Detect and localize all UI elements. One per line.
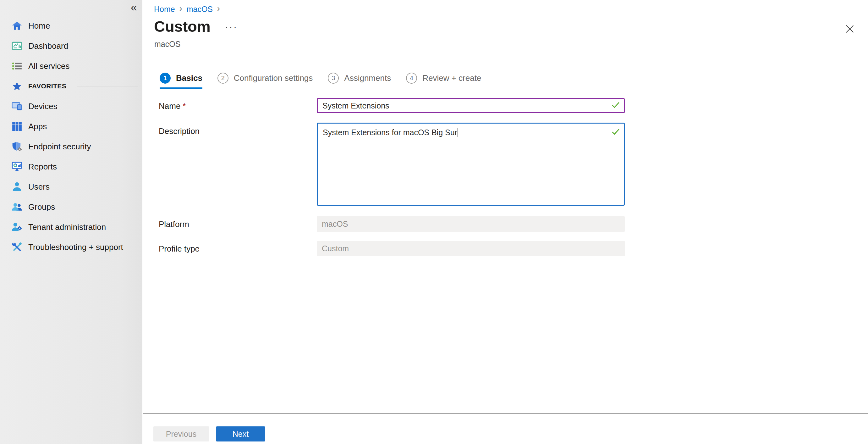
sidebar-item-label: Groups bbox=[28, 202, 55, 212]
home-icon bbox=[11, 20, 23, 31]
name-field-wrap bbox=[317, 98, 625, 113]
next-button[interactable]: Next bbox=[216, 426, 265, 442]
sidebar-item-users[interactable]: Users bbox=[0, 177, 142, 197]
more-options-icon[interactable]: ··· bbox=[225, 21, 238, 32]
step-number-badge: 1 bbox=[160, 72, 170, 84]
page-header: Custom ··· bbox=[154, 18, 238, 35]
sidebar-collapse-icon[interactable]: « bbox=[131, 2, 137, 13]
name-label: Name* bbox=[159, 101, 186, 111]
tab-assignments[interactable]: 3 Assignments bbox=[328, 72, 391, 84]
description-text: System Extensions for macOS Big Sur bbox=[323, 128, 457, 137]
sidebar-item-label: Home bbox=[28, 21, 50, 31]
sidebar-item-label: Devices bbox=[28, 101, 57, 111]
step-number-badge: 3 bbox=[328, 72, 339, 84]
sidebar-item-label: Reports bbox=[28, 162, 57, 172]
sidebar-item-label: All services bbox=[28, 61, 69, 71]
reports-icon bbox=[11, 161, 23, 172]
page-title: Custom bbox=[154, 18, 210, 35]
breadcrumb-separator-icon: › bbox=[180, 4, 182, 14]
sidebar-item-devices[interactable]: Devices bbox=[0, 96, 142, 116]
all-services-icon bbox=[11, 60, 23, 72]
sidebar: « Home Dashboard All services FAVORITES bbox=[0, 0, 142, 444]
troubleshooting-icon bbox=[11, 241, 23, 253]
platform-field-wrap bbox=[317, 216, 625, 232]
sidebar-item-label: Tenant administration bbox=[28, 222, 106, 232]
valid-check-icon bbox=[611, 127, 620, 138]
sidebar-item-home[interactable]: Home bbox=[0, 16, 142, 36]
profile-type-label: Profile type bbox=[159, 244, 199, 254]
tab-basics[interactable]: 1 Basics bbox=[160, 72, 203, 84]
step-label: Basics bbox=[176, 73, 203, 83]
step-number-badge: 2 bbox=[217, 72, 228, 84]
profile-type-field-wrap bbox=[317, 241, 625, 256]
wizard-steps: 1 Basics 2 Configuration settings 3 Assi… bbox=[160, 72, 481, 84]
sidebar-item-apps[interactable]: Apps bbox=[0, 116, 142, 137]
sidebar-item-label: Troubleshooting + support bbox=[28, 242, 123, 252]
description-label: Description bbox=[159, 126, 199, 136]
main-content: Home › macOS › Custom ··· macOS 1 Basics… bbox=[143, 0, 868, 444]
breadcrumb-link-home[interactable]: Home bbox=[154, 5, 175, 14]
breadcrumb-separator-icon: › bbox=[217, 4, 220, 14]
sidebar-item-reports[interactable]: Reports bbox=[0, 156, 142, 177]
description-label-text: Description bbox=[159, 126, 199, 136]
sidebar-nav: Home Dashboard All services FAVORITES De bbox=[0, 16, 142, 257]
close-icon[interactable] bbox=[845, 24, 855, 34]
sidebar-item-label: Endpoint security bbox=[28, 142, 91, 152]
sidebar-section-favorites: FAVORITES bbox=[0, 76, 142, 96]
profile-type-label-text: Profile type bbox=[159, 244, 199, 254]
dashboard-icon bbox=[11, 40, 23, 52]
sidebar-item-all-services[interactable]: All services bbox=[0, 56, 142, 76]
description-field-wrap: System Extensions for macOS Big Sur bbox=[317, 123, 625, 206]
sidebar-item-label: Apps bbox=[28, 122, 47, 131]
apps-icon bbox=[11, 121, 23, 132]
platform-input bbox=[317, 216, 625, 232]
page-subtitle: macOS bbox=[154, 40, 180, 49]
profile-type-input bbox=[317, 241, 625, 256]
groups-icon bbox=[11, 201, 23, 213]
devices-icon bbox=[11, 100, 23, 112]
step-label: Review + create bbox=[422, 73, 481, 83]
sidebar-section-label: FAVORITES bbox=[28, 82, 66, 90]
name-label-text: Name bbox=[159, 101, 180, 111]
sidebar-item-troubleshooting-support[interactable]: Troubleshooting + support bbox=[0, 237, 142, 257]
sidebar-item-label: Dashboard bbox=[28, 41, 68, 51]
description-textarea[interactable]: System Extensions for macOS Big Sur bbox=[317, 123, 625, 206]
previous-button[interactable]: Previous bbox=[153, 426, 209, 442]
name-input[interactable] bbox=[317, 98, 625, 113]
tenant-admin-icon bbox=[11, 221, 23, 233]
text-cursor bbox=[458, 128, 458, 137]
platform-label: Platform bbox=[159, 219, 189, 229]
step-label: Configuration settings bbox=[234, 73, 313, 83]
sidebar-item-endpoint-security[interactable]: Endpoint security bbox=[0, 137, 142, 156]
breadcrumb: Home › macOS › bbox=[154, 4, 220, 14]
step-number-badge: 4 bbox=[406, 72, 417, 84]
users-icon bbox=[11, 181, 23, 193]
star-icon bbox=[11, 81, 23, 92]
tab-review-create[interactable]: 4 Review + create bbox=[406, 72, 481, 84]
breadcrumb-link-macos[interactable]: macOS bbox=[187, 5, 213, 14]
sidebar-item-groups[interactable]: Groups bbox=[0, 197, 142, 217]
valid-check-icon bbox=[611, 100, 620, 111]
required-asterisk: * bbox=[183, 101, 186, 111]
tab-configuration-settings[interactable]: 2 Configuration settings bbox=[217, 72, 313, 84]
platform-label-text: Platform bbox=[159, 219, 189, 229]
step-label: Assignments bbox=[344, 73, 391, 83]
sidebar-item-label: Users bbox=[28, 182, 50, 192]
wizard-footer: Previous Next bbox=[143, 413, 868, 444]
sidebar-item-tenant-administration[interactable]: Tenant administration bbox=[0, 217, 142, 237]
endpoint-security-icon bbox=[11, 141, 23, 152]
sidebar-item-dashboard[interactable]: Dashboard bbox=[0, 36, 142, 56]
